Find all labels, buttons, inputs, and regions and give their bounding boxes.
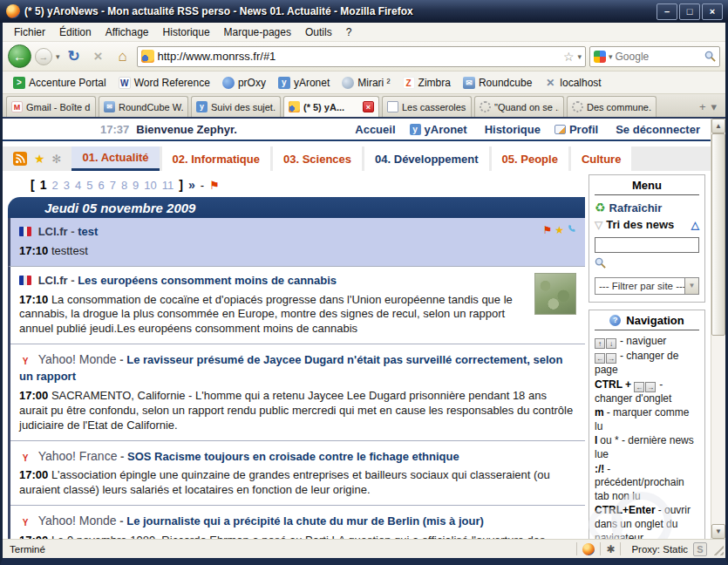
scrollbar-track[interactable] — [711, 133, 725, 524]
page-link[interactable]: 10 — [144, 179, 156, 192]
resize-grip[interactable] — [711, 542, 724, 555]
page-link[interactable]: 8 — [121, 179, 127, 192]
bookmark-item[interactable]: Zimbra — [398, 75, 456, 91]
category-tab[interactable]: 05. People — [492, 146, 568, 171]
bookmark-item[interactable]: localhost — [539, 75, 606, 91]
close-button[interactable]: × — [702, 3, 723, 20]
site-filter-select[interactable]: --- Filtrer par site --- ▼ — [595, 277, 699, 295]
browser-tab[interactable]: "Quand on se ... × — [474, 96, 564, 117]
history-dropdown-icon[interactable]: ▾ — [56, 52, 60, 61]
category-tab[interactable]: 01. Actualité — [71, 146, 159, 171]
news-search-icon[interactable] — [595, 256, 699, 272]
bookmark-item[interactable]: Mirari ² — [337, 75, 395, 91]
news-item[interactable]: ⚑ ★ LCI.fr - Les européens consomme — [10, 267, 585, 345]
page-link[interactable]: 2 — [51, 179, 58, 192]
page-link[interactable]: 7 — [110, 179, 116, 192]
menu-item[interactable]: Historique — [157, 24, 216, 40]
article-title[interactable]: Le journaliste qui a précipité la chute … — [126, 514, 484, 528]
news-item[interactable]: ⚑ ★ Yahoo! Monde - Le journaliste q — [10, 506, 585, 539]
bookmark-item[interactable]: Roundcube — [458, 75, 537, 91]
menu-item[interactable]: Fichier — [8, 24, 51, 40]
favorites-star-icon[interactable]: ★ — [34, 152, 45, 166]
scrollbar-thumb[interactable] — [711, 133, 725, 336]
bookmark-star-icon[interactable]: ☆ — [563, 50, 575, 64]
menu-item[interactable]: Marque-pages — [218, 24, 297, 40]
bookmark-item[interactable]: Word Reference — [113, 75, 215, 91]
page-link[interactable]: 11 — [162, 179, 174, 192]
page-link[interactable]: 6 — [98, 179, 104, 192]
item-star-icon[interactable]: ★ — [555, 224, 564, 236]
header-link[interactable]: Se déconnecter — [612, 123, 700, 136]
bookmark-item[interactable]: yAronet — [273, 75, 335, 91]
stop-button[interactable]: × — [88, 48, 109, 65]
next-pages-link[interactable]: » — [188, 178, 195, 192]
url-input[interactable] — [158, 50, 560, 63]
menu-item[interactable]: ? — [340, 24, 358, 40]
sort-desc-icon[interactable]: ▽ — [595, 219, 602, 231]
page-link[interactable]: 4 — [75, 179, 81, 192]
minimize-button[interactable]: – — [657, 3, 677, 20]
bookmark-item[interactable]: Accenture Portal — [8, 75, 112, 91]
source-name[interactable]: Yahoo! Monde — [38, 352, 117, 366]
news-item[interactable]: ⚑ ★ Yahoo! France - SOS Racisme tou — [10, 441, 585, 507]
header-link[interactable]: Historique — [481, 123, 541, 136]
forward-button[interactable]: → — [35, 48, 52, 65]
source-name[interactable]: LCI.fr — [38, 274, 68, 287]
menu-item[interactable]: Outils — [299, 24, 338, 40]
new-tab-button[interactable]: + — [699, 100, 706, 113]
browser-tab[interactable]: Des commune... × — [567, 96, 657, 117]
sort-asc-icon[interactable]: △ — [691, 219, 699, 231]
rss-icon[interactable] — [13, 152, 27, 166]
noscript-icon[interactable]: S — [693, 542, 707, 556]
browser-tab[interactable]: (* 5) yA... × — [283, 96, 379, 117]
vertical-scrollbar[interactable]: ▲ ▼ — [711, 119, 725, 539]
menu-item[interactable]: Édition — [53, 24, 98, 40]
item-flag-icon[interactable]: ⚑ — [542, 224, 552, 236]
scroll-up-icon[interactable]: ▲ — [711, 119, 725, 133]
refresh-link[interactable]: ♻ Rafraîchir — [595, 201, 699, 214]
category-tab[interactable]: 02. Informatique — [162, 146, 270, 171]
tab-list-icon[interactable]: ▾ — [711, 100, 717, 113]
source-name[interactable]: Yahoo! France — [38, 449, 118, 463]
flag-icon[interactable]: ⚑ — [209, 179, 220, 192]
proxy-status[interactable]: Proxy: Static — [631, 544, 688, 555]
category-tab[interactable]: Culture — [571, 146, 632, 171]
browser-tab[interactable]: Les casseroles... × — [382, 96, 472, 117]
source-name[interactable]: Yahoo! Monde — [38, 514, 117, 528]
browser-tab[interactable]: Suivi des sujet... × — [191, 96, 281, 117]
search-icon[interactable] — [704, 51, 716, 62]
menu-item[interactable]: Affichage — [99, 24, 155, 40]
browser-tab[interactable]: RoundCube W... × — [99, 96, 188, 117]
search-engine-dropdown-icon[interactable]: ▾ — [609, 52, 613, 61]
source-name[interactable]: LCI.fr — [38, 225, 68, 238]
maximize-button[interactable]: □ — [679, 3, 700, 20]
category-tab[interactable]: 03. Sciences — [273, 146, 362, 171]
settings-gear-icon[interactable]: ✻ — [52, 153, 62, 166]
article-title[interactable]: Les européens consomment moins de cannab… — [78, 274, 337, 287]
select-dropdown-icon[interactable]: ▼ — [684, 278, 698, 294]
browser-tab[interactable]: Gmail - Boîte d... × — [6, 96, 96, 117]
news-item[interactable]: ⚑ ★ Yahoo! Monde - Le ravisseur pré — [10, 344, 585, 440]
home-button[interactable]: ⌂ — [112, 48, 133, 65]
item-phone-icon[interactable] — [567, 224, 576, 236]
page-link[interactable]: 5 — [86, 179, 92, 192]
header-link[interactable]: Accueil — [351, 123, 395, 136]
article-title[interactable]: SOS Racisme toujours en croisade contre … — [127, 450, 459, 463]
category-tab[interactable]: 04. Développement — [364, 146, 489, 171]
header-link[interactable]: Profil — [555, 123, 598, 136]
news-item[interactable]: ⚑ ★ LCI.fr - test — [8, 218, 585, 267]
url-dropdown-icon[interactable]: ▾ — [577, 52, 582, 61]
page-link[interactable]: 9 — [133, 179, 139, 192]
web-search-input[interactable] — [616, 51, 702, 63]
tab-close-icon[interactable]: × — [363, 101, 374, 112]
bug-icon[interactable]: ✱ — [606, 543, 615, 555]
url-bar[interactable]: ☆ ▾ — [137, 46, 586, 67]
bookmark-item[interactable]: prOxy — [217, 75, 271, 91]
firefox-status-icon[interactable] — [582, 543, 595, 555]
page-link[interactable]: 3 — [64, 179, 70, 192]
back-button[interactable]: ← — [8, 44, 31, 68]
news-search-input[interactable] — [595, 237, 699, 253]
search-box[interactable]: ▾ — [589, 46, 720, 67]
article-title[interactable]: test — [78, 225, 98, 238]
reload-button[interactable]: ↻ — [64, 47, 85, 65]
